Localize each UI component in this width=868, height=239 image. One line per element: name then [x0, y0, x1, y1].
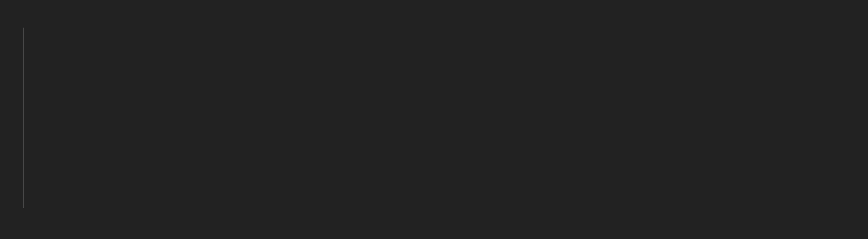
line-dependency-open[interactable]: <dependency> — [9, 231, 859, 239]
code-block[interactable]: <dependency> <groupId>com.github.binaryw… — [9, 198, 859, 239]
indent-guide — [23, 28, 24, 208]
